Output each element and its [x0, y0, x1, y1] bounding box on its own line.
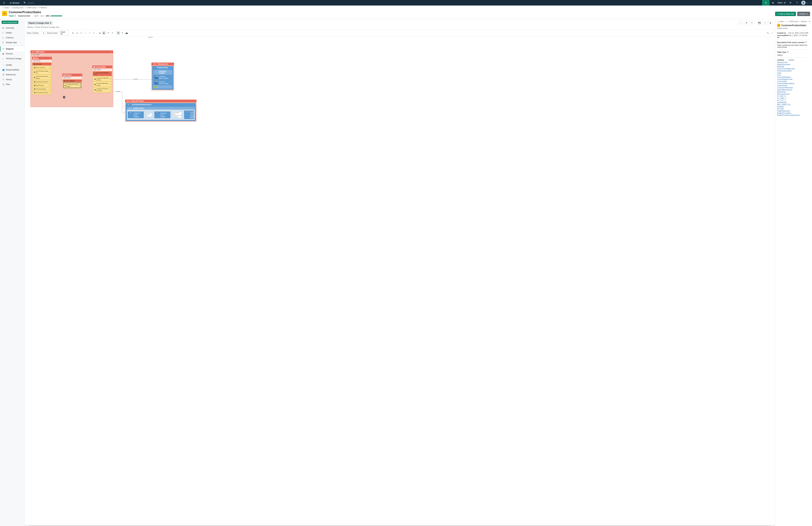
sidebar-item-references[interactable]: 🔗References — [0, 72, 25, 77]
quality-score[interactable]: 100% — [46, 15, 62, 17]
sidebar-item-responsibilities[interactable]: 👥Responsibilities — [0, 68, 25, 72]
sidebar-item-history[interactable]: ↺History — [0, 77, 25, 82]
node-powerbi-tenant[interactable]: PBTNPower BI Tenant PBCTpresalespowerbir… — [125, 100, 197, 122]
apps-button[interactable]: ⋮⋮⋮ — [807, 2, 812, 4]
node-table-factinternetsales[interactable]: ▦FactInternetSales+ — [33, 80, 51, 83]
view-selector[interactable]: Report Lineage view ▾ — [27, 21, 53, 25]
collapse-icon[interactable]: − — [170, 71, 171, 73]
column-link[interactable]: DT_TGT_1 — [777, 99, 810, 101]
expand-icon[interactable]: + — [49, 91, 50, 93]
collapse-icon[interactable]: − — [171, 67, 172, 69]
column-link[interactable]: DiscountAmount — [777, 93, 810, 95]
node-tableau-server[interactable]: TSVRTableauServer− TSTProduct Demo− TPRJ… — [151, 62, 174, 90]
expand-icon[interactable]: + — [109, 84, 110, 85]
column-link[interactable]: EnglishProductCategoryName — [777, 114, 810, 116]
asset-type[interactable]: Table ⓘ — [9, 14, 16, 17]
node-table-dimsalesterritory[interactable]: ▦DimSalesTerritory+ — [33, 91, 51, 94]
column-link[interactable]: DT_ORD_2 — [777, 97, 810, 99]
basket-button[interactable]: 🛍 — [770, 0, 776, 5]
node-pbi-dashboard[interactable]: PBDHCustomer Churn Insights Dashboard — [184, 111, 194, 119]
column-link[interactable]: DT_INIT_0 — [777, 95, 810, 97]
actions-button[interactable]: Actions ▾ — [797, 12, 810, 16]
column-link[interactable]: EML_ADDR_FLD — [777, 104, 810, 105]
crumb-landing[interactable]: ⌂ Landing Zone — [11, 7, 24, 9]
node-crm-cloud[interactable]: SYSCRM Cloud− 1. Very High ▤Raw− SQL Ser… — [30, 50, 113, 107]
column-link[interactable]: DueDateKey — [777, 101, 810, 103]
end-to-end-select[interactable]: End-to-end▾ — [46, 31, 58, 35]
settings-toolbar-button[interactable]: ⚙ — [744, 20, 749, 25]
column-link[interactable]: AddressLine2 — [777, 61, 810, 63]
collapse-icon[interactable]: − — [80, 74, 81, 76]
expand-icon[interactable]: + — [79, 85, 80, 86]
sidebar-item-details[interactable]: ≡Details — [0, 30, 25, 35]
expand-icon[interactable]: + — [49, 76, 50, 78]
expand-icon[interactable]: + — [109, 78, 110, 80]
user-avatar[interactable]: 👤 — [801, 1, 806, 5]
column-link[interactable]: EndDate — [777, 106, 810, 108]
crumb-refined[interactable]: ▭ Refined — [39, 6, 47, 9]
export-button[interactable]: ⇱ — [121, 31, 124, 34]
node-pbi-tile[interactable]: PBTLCustomer Churn Insights — [155, 112, 170, 118]
node-table-customersalesreporting[interactable]: ▦CustomerSalesReporting+ — [93, 76, 111, 81]
browse-button[interactable]: ◎ Browse — [8, 0, 21, 5]
node-refined[interactable]: ▤Refined− SQL Server ⊞crm-refined− ▦Cust… — [62, 74, 82, 89]
column-link[interactable]: CustomerAlternateKey — [777, 83, 810, 84]
column-link[interactable]: ChineseDescription — [777, 70, 810, 72]
sidebar-item-summary[interactable]: ▤Summary — [0, 26, 25, 30]
sidebar-item-pictures[interactable]: ▣Pictures — [0, 51, 25, 56]
sidebar-item-sample-data[interactable]: ☷Sample data — [0, 40, 25, 45]
node-table-customerchurnreporting[interactable]: ▦CustomerChurnReporting+ — [93, 87, 111, 92]
zoom-11-button[interactable]: 1:1 — [79, 31, 83, 34]
sidebar-item-technical-lineage[interactable]: ⎌Technical Lineage — [0, 56, 25, 61]
add-button[interactable]: + — [762, 0, 770, 5]
column-link[interactable]: EN_DSC — [777, 108, 810, 110]
column-link[interactable]: CarrierTrackingNumber — [777, 68, 810, 70]
fit-button[interactable]: ⛶ — [84, 31, 87, 34]
list-button[interactable]: ≡ — [92, 31, 96, 34]
column-link[interactable]: EnglishEducation — [777, 110, 810, 112]
node-pbi-report[interactable]: PBRTCustomer Churn Insights — [128, 112, 144, 118]
crumb-crm[interactable]: ⌂ CRM Cloud — [26, 7, 37, 9]
column-link[interactable]: CountryRegionCode — [777, 78, 810, 80]
logo[interactable] — [0, 0, 8, 5]
node-workbook-churn[interactable]: TWBCustomer Churn Insights+ — [154, 80, 172, 85]
info-icon[interactable]: ⓘ — [787, 51, 788, 53]
save-toolbar-button[interactable]: 💾 — [757, 20, 762, 25]
expand-icon[interactable]: + — [49, 84, 50, 86]
delete-toolbar-button[interactable]: 🗑 — [768, 20, 773, 25]
node-table-dimproductcategory[interactable]: ▦DimProductCategory+ — [33, 70, 51, 74]
add-toolbar-button[interactable]: + — [739, 20, 743, 25]
filter-button[interactable]: ⧩ — [106, 31, 110, 34]
camera-button[interactable]: 📷 — [125, 31, 128, 34]
node-table-dimproduct[interactable]: ▦DimProduct+ — [33, 84, 51, 87]
share-toolbar-button[interactable]: ⤴ — [763, 20, 767, 25]
info-icon[interactable]: ⓘ — [805, 41, 807, 44]
column-link[interactable]: Color — [777, 74, 810, 76]
collapse-icon[interactable]: − — [111, 51, 112, 53]
column-link[interactable]: BirthDate — [777, 65, 810, 68]
node-tableau-site[interactable]: TSTProduct Demo− TPRJCustomer Insights− … — [152, 66, 173, 90]
refresh-button[interactable]: ⟳ — [787, 0, 794, 5]
help-button[interactable]: ? — [794, 0, 800, 5]
node-table-dimgeography[interactable]: ▦DimGeography+ — [33, 87, 51, 90]
crumb[interactable]: ▭ Refined — [799, 20, 807, 23]
collapse-icon[interactable]: − — [110, 66, 111, 68]
expand-icon[interactable]: + — [49, 88, 50, 90]
refresh-diagram-button[interactable]: ⟳ — [111, 31, 114, 34]
search-diagram-button[interactable]: 🔍 — [766, 31, 769, 34]
search-bar[interactable]: 🔍 — [21, 2, 762, 4]
crumb[interactable]: ⌂ 1.Data — [777, 20, 783, 23]
collapse-right-button[interactable]: ▶ — [102, 31, 105, 34]
node-raw[interactable]: ▤Raw− SQL Server ⊞crm-raw− ▦DimCustomer+… — [32, 57, 52, 95]
expand-icon[interactable]: + — [49, 81, 50, 83]
node-consumption[interactable]: ▤Consumption− SQL Server ⊞crm-consumptio… — [92, 65, 112, 93]
search-input[interactable] — [27, 2, 60, 4]
node-tableau-project[interactable]: TPRJCustomer Insights− TWBCustomer Sales… — [153, 70, 173, 89]
collapse-icon[interactable]: − — [50, 57, 51, 59]
tasks-button[interactable]: Tasks 0 — [776, 2, 787, 4]
crumb[interactable]: ... — [785, 20, 786, 23]
node-workbook-sales[interactable]: TWBCustomer Sales Insights+ — [154, 75, 172, 80]
collapse-icon[interactable]: − — [172, 63, 173, 65]
sidebar-item-columns[interactable]: ▯Columns — [0, 35, 25, 40]
links-count[interactable]: ⇆0 — [41, 15, 44, 17]
